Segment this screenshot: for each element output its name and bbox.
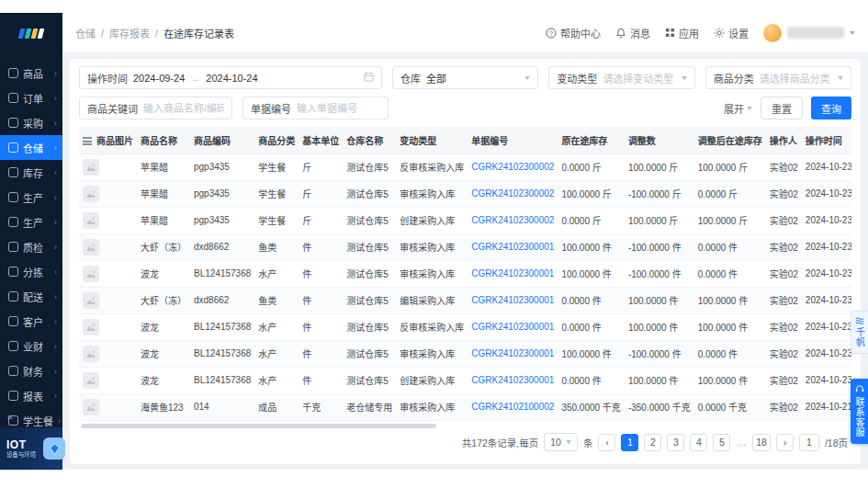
sidebar-item-5[interactable]: 库存› <box>0 160 62 185</box>
column-header-label: 调整数 <box>628 136 656 146</box>
doc-no-link[interactable]: CGRK24102300001 <box>471 242 554 252</box>
sidebar-iot-banner[interactable]: IOT 设备与环境 <box>0 427 62 470</box>
column-header: 调整数 <box>625 127 694 153</box>
chevron-down-icon <box>747 107 752 110</box>
cell-doc-no: CGRK24102300001 <box>468 313 558 340</box>
doc-no-link[interactable]: CGRK24102100002 <box>471 402 554 412</box>
doc-no-link[interactable]: CGRK24102300001 <box>471 322 554 332</box>
prev-page-button[interactable]: ‹ <box>598 434 615 451</box>
cell-change-type: 审核采购入库 <box>396 340 468 367</box>
breadcrumb-item[interactable]: 仓储 <box>75 26 96 40</box>
cell-name: 波龙 <box>137 340 190 367</box>
cell-operator: 实验02 <box>766 260 802 287</box>
column-settings-icon[interactable] <box>83 137 92 145</box>
page-ellipsis[interactable]: ... <box>736 437 747 448</box>
cell-adjust: -100.0000 件 <box>625 260 694 287</box>
keyword-input[interactable] <box>143 103 224 114</box>
page-button-1[interactable]: 1 <box>621 434 638 451</box>
cell-adjust: 100.0000 件 <box>625 313 694 340</box>
operation-time-range-picker[interactable]: 操作时间 2024-09-24 → 2024-10-24 <box>79 66 382 89</box>
contact-service-float-tab[interactable]: 联系客服 <box>851 379 868 444</box>
sidebar-item-13[interactable]: 财务› <box>0 358 62 383</box>
gear-icon <box>714 28 725 39</box>
sidebar-item-8[interactable]: 质检› <box>0 234 62 259</box>
page-button-18[interactable]: 18 <box>752 434 771 451</box>
keyword-field: 商品关键词 <box>79 97 232 119</box>
category-select[interactable]: 商品分类 请选择商品分类 <box>705 66 851 89</box>
cell-before: 100.0000 斤 <box>558 180 625 207</box>
help-center-button[interactable]: ? 帮助中心 <box>546 26 601 40</box>
column-header-label: 商品名称 <box>141 136 177 146</box>
page-size-select[interactable]: 10 <box>544 433 578 451</box>
chevron-right-icon: › <box>54 168 57 177</box>
reset-button[interactable]: 重置 <box>761 97 803 119</box>
sidebar-item-10[interactable]: 配送› <box>0 284 62 309</box>
user-menu[interactable] <box>763 24 855 42</box>
page-button-3[interactable]: 3 <box>667 434 684 451</box>
sidebar-item-4[interactable]: 仓储› <box>0 135 62 160</box>
cell-unit: 千克 <box>299 393 343 420</box>
cell-name: 大虾（冻） <box>137 287 190 313</box>
sidebar-item-9[interactable]: 分拣› <box>0 259 62 284</box>
cell-warehouse: 老仓储专用 <box>343 393 396 420</box>
cell-adjust: 100.0000 斤 <box>625 153 694 180</box>
page-button-4[interactable]: 4 <box>690 434 707 451</box>
cell-change-type: 创建采购入库 <box>396 367 468 393</box>
qianfan-float-tab[interactable]: 千帆 <box>851 311 868 354</box>
breadcrumb-item[interactable]: 库存报表 <box>109 26 150 40</box>
doc-no-link[interactable]: CGRK24102300001 <box>471 375 554 385</box>
page-button-2[interactable]: 2 <box>644 434 661 451</box>
expand-toggle[interactable]: 展开 <box>724 101 752 116</box>
messages-button[interactable]: 消息 <box>615 26 650 40</box>
cell-after: 100.0000 件 <box>694 287 766 313</box>
apps-label: 应用 <box>679 26 699 40</box>
column-header-label: 操作人 <box>770 136 797 146</box>
doc-no-link[interactable]: CGRK24102300001 <box>471 295 554 305</box>
cell-unit: 件 <box>299 260 343 287</box>
search-button[interactable]: 查询 <box>811 97 851 119</box>
column-header-label: 变动类型 <box>400 136 436 146</box>
sidebar-item-1[interactable]: 商品› <box>0 61 62 85</box>
sidebar-item-7[interactable]: 生产› <box>0 210 62 234</box>
horizontal-scrollbar[interactable]: ‹ <box>79 424 851 428</box>
doc-no-input[interactable] <box>297 103 380 114</box>
change-type-select[interactable]: 变动类型 请选择变动类型 <box>548 66 694 89</box>
menu-item-label: 质检 <box>23 240 43 255</box>
cell-unit: 件 <box>299 367 343 393</box>
cell-doc-no: CGRK24102300002 <box>468 153 558 180</box>
iot-subtitle: 设备与环境 <box>6 451 36 458</box>
page-jump-input[interactable]: 1 <box>799 434 819 451</box>
contact-service-label: 联系客服 <box>852 397 866 438</box>
page-jump-suffix: /18页 <box>825 436 848 449</box>
chevron-right-icon: › <box>54 342 57 351</box>
doc-no-link[interactable]: CGRK24102300002 <box>471 162 554 172</box>
question-circle-icon: ? <box>546 28 557 39</box>
cell-before: 0.0000 件 <box>558 313 625 340</box>
sidebar-menu: 商品›订单›采购›仓储›库存›生产›生产›质检›分拣›配送›客户›业财›财务›报… <box>0 53 62 433</box>
page-button-5[interactable]: 5 <box>713 434 730 451</box>
scrollbar-thumb[interactable] <box>81 424 436 428</box>
doc-no-link[interactable]: CGRK24102300001 <box>471 268 554 278</box>
messages-label: 消息 <box>630 26 650 40</box>
sidebar-item-6[interactable]: 生产› <box>0 185 62 210</box>
sidebar-item-11[interactable]: 客户› <box>0 309 62 334</box>
cell-category: 成品 <box>254 393 299 420</box>
sidebar-item-12[interactable]: 业财› <box>0 334 62 358</box>
menu-collapse-icon[interactable]: « <box>7 411 13 422</box>
product-image-placeholder <box>83 319 99 335</box>
apps-button[interactable]: 应用 <box>665 26 699 40</box>
doc-no-link[interactable]: CGRK24102300001 <box>471 348 554 358</box>
sidebar-item-14[interactable]: 报表› <box>0 383 62 408</box>
cell-doc-no: CGRK24102300001 <box>468 367 558 393</box>
next-page-button[interactable]: › <box>776 434 794 451</box>
warehouse-select[interactable]: 仓库 全部 <box>392 66 538 89</box>
doc-no-link[interactable]: CGRK24102300002 <box>471 188 554 199</box>
column-header-label: 原在途库存 <box>561 136 607 146</box>
doc-no-link[interactable]: CGRK24102300002 <box>471 215 554 225</box>
table-row: 苹果醋pgp3435学生餐斤测试仓库5反审核采购入库CGRK2410230000… <box>79 153 851 180</box>
sidebar-item-2[interactable]: 订单› <box>0 85 62 110</box>
app-window: 商品›订单›采购›仓储›库存›生产›生产›质检›分拣›配送›客户›业财›财务›报… <box>0 13 868 470</box>
sidebar-item-3[interactable]: 采购› <box>0 110 62 135</box>
cell-category: 学生餐 <box>254 153 299 180</box>
settings-button[interactable]: 设置 <box>714 26 749 40</box>
